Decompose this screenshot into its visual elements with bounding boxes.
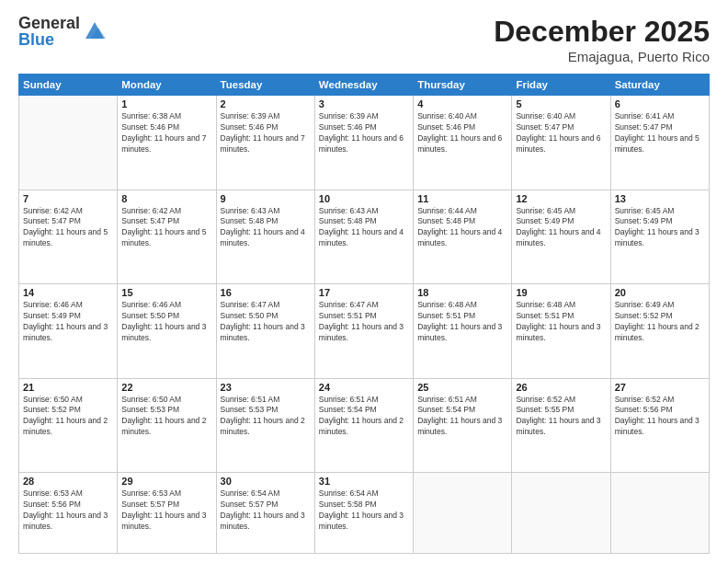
calendar-week-row: 14Sunrise: 6:46 AMSunset: 5:49 PMDayligh…: [19, 284, 710, 379]
day-number: 25: [417, 382, 507, 393]
day-info: Sunrise: 6:52 AMSunset: 5:55 PMDaylight:…: [516, 395, 606, 439]
day-number: 6: [615, 98, 705, 109]
day-number: 15: [121, 287, 211, 298]
day-info: Sunrise: 6:44 AMSunset: 5:48 PMDaylight:…: [417, 206, 507, 250]
day-info: Sunrise: 6:47 AMSunset: 5:51 PMDaylight:…: [319, 300, 409, 344]
logo-blue: Blue: [18, 31, 80, 48]
table-row: 4Sunrise: 6:40 AMSunset: 5:46 PMDaylight…: [414, 96, 512, 190]
day-info: Sunrise: 6:54 AMSunset: 5:57 PMDaylight:…: [221, 488, 311, 533]
day-info: Sunrise: 6:53 AMSunset: 5:57 PMDaylight:…: [121, 488, 211, 533]
day-info: Sunrise: 6:51 AMSunset: 5:53 PMDaylight:…: [221, 395, 311, 439]
calendar: Sunday Monday Tuesday Wednesday Thursday…: [18, 74, 710, 554]
day-number: 28: [23, 476, 113, 487]
col-tuesday: Tuesday: [216, 75, 314, 96]
table-row: [414, 473, 512, 554]
table-row: 28Sunrise: 6:53 AMSunset: 5:56 PMDayligh…: [19, 473, 118, 554]
day-number: 2: [221, 98, 311, 109]
month-title: December 2025: [494, 15, 710, 49]
table-row: 24Sunrise: 6:51 AMSunset: 5:54 PMDayligh…: [314, 378, 413, 473]
table-row: 26Sunrise: 6:52 AMSunset: 5:55 PMDayligh…: [512, 378, 610, 473]
day-info: Sunrise: 6:40 AMSunset: 5:46 PMDaylight:…: [417, 111, 507, 155]
table-row: 20Sunrise: 6:49 AMSunset: 5:52 PMDayligh…: [610, 284, 709, 379]
col-monday: Monday: [118, 75, 216, 96]
day-number: 4: [417, 98, 507, 109]
day-number: 13: [615, 193, 705, 204]
table-row: 1Sunrise: 6:38 AMSunset: 5:46 PMDaylight…: [118, 96, 216, 190]
day-info: Sunrise: 6:40 AMSunset: 5:47 PMDaylight:…: [516, 111, 606, 155]
day-number: 17: [319, 287, 409, 298]
day-number: 11: [417, 193, 507, 204]
table-row: 30Sunrise: 6:54 AMSunset: 5:57 PMDayligh…: [216, 473, 314, 554]
table-row: 18Sunrise: 6:48 AMSunset: 5:51 PMDayligh…: [414, 284, 512, 379]
table-row: 15Sunrise: 6:46 AMSunset: 5:50 PMDayligh…: [118, 284, 216, 379]
col-wednesday: Wednesday: [314, 75, 413, 96]
day-number: 3: [319, 98, 409, 109]
table-row: 12Sunrise: 6:45 AMSunset: 5:49 PMDayligh…: [512, 190, 610, 284]
col-friday: Friday: [512, 75, 610, 96]
day-info: Sunrise: 6:48 AMSunset: 5:51 PMDaylight:…: [417, 300, 507, 344]
table-row: 25Sunrise: 6:51 AMSunset: 5:54 PMDayligh…: [414, 378, 512, 473]
logo-general: General: [18, 15, 80, 31]
table-row: 6Sunrise: 6:41 AMSunset: 5:47 PMDaylight…: [610, 96, 709, 190]
day-number: 9: [221, 193, 311, 204]
day-info: Sunrise: 6:45 AMSunset: 5:49 PMDaylight:…: [615, 206, 705, 250]
day-info: Sunrise: 6:46 AMSunset: 5:50 PMDaylight:…: [121, 300, 211, 344]
col-saturday: Saturday: [610, 75, 709, 96]
day-number: 21: [23, 382, 113, 393]
calendar-week-row: 21Sunrise: 6:50 AMSunset: 5:52 PMDayligh…: [19, 378, 710, 473]
day-info: Sunrise: 6:51 AMSunset: 5:54 PMDaylight:…: [417, 395, 507, 439]
day-number: 16: [221, 287, 311, 298]
day-info: Sunrise: 6:52 AMSunset: 5:56 PMDaylight:…: [615, 395, 705, 439]
header: General Blue December 2025 Emajagua, Pue…: [18, 15, 710, 64]
table-row: 2Sunrise: 6:39 AMSunset: 5:46 PMDaylight…: [216, 96, 314, 190]
col-sunday: Sunday: [19, 75, 118, 96]
day-number: 20: [615, 287, 705, 298]
location: Emajagua, Puerto Rico: [494, 49, 710, 64]
day-number: 8: [121, 193, 211, 204]
day-number: 30: [221, 476, 311, 487]
day-info: Sunrise: 6:38 AMSunset: 5:46 PMDaylight:…: [121, 111, 211, 155]
day-number: 23: [221, 382, 311, 393]
day-info: Sunrise: 6:45 AMSunset: 5:49 PMDaylight:…: [516, 206, 606, 250]
day-info: Sunrise: 6:50 AMSunset: 5:53 PMDaylight:…: [121, 395, 211, 439]
day-info: Sunrise: 6:41 AMSunset: 5:47 PMDaylight:…: [615, 111, 705, 155]
logo-icon: [82, 18, 108, 44]
table-row: [610, 473, 709, 554]
day-info: Sunrise: 6:49 AMSunset: 5:52 PMDaylight:…: [615, 300, 705, 344]
table-row: 8Sunrise: 6:42 AMSunset: 5:47 PMDaylight…: [118, 190, 216, 284]
day-info: Sunrise: 6:50 AMSunset: 5:52 PMDaylight:…: [23, 395, 113, 439]
table-row: 22Sunrise: 6:50 AMSunset: 5:53 PMDayligh…: [118, 378, 216, 473]
table-row: 29Sunrise: 6:53 AMSunset: 5:57 PMDayligh…: [118, 473, 216, 554]
day-number: 24: [319, 382, 409, 393]
calendar-week-row: 1Sunrise: 6:38 AMSunset: 5:46 PMDaylight…: [19, 96, 710, 190]
table-row: 31Sunrise: 6:54 AMSunset: 5:58 PMDayligh…: [314, 473, 413, 554]
table-row: 14Sunrise: 6:46 AMSunset: 5:49 PMDayligh…: [19, 284, 118, 379]
day-info: Sunrise: 6:54 AMSunset: 5:58 PMDaylight:…: [319, 488, 409, 533]
day-info: Sunrise: 6:51 AMSunset: 5:54 PMDaylight:…: [319, 395, 409, 439]
table-row: 27Sunrise: 6:52 AMSunset: 5:56 PMDayligh…: [610, 378, 709, 473]
table-row: [512, 473, 610, 554]
col-thursday: Thursday: [414, 75, 512, 96]
table-row: 3Sunrise: 6:39 AMSunset: 5:46 PMDaylight…: [314, 96, 413, 190]
calendar-header-row: Sunday Monday Tuesday Wednesday Thursday…: [19, 75, 710, 96]
day-info: Sunrise: 6:47 AMSunset: 5:50 PMDaylight:…: [221, 300, 311, 344]
table-row: 7Sunrise: 6:42 AMSunset: 5:47 PMDaylight…: [19, 190, 118, 284]
day-number: 18: [417, 287, 507, 298]
calendar-body: 1Sunrise: 6:38 AMSunset: 5:46 PMDaylight…: [19, 96, 710, 554]
day-info: Sunrise: 6:53 AMSunset: 5:56 PMDaylight:…: [23, 488, 113, 533]
table-row: 19Sunrise: 6:48 AMSunset: 5:51 PMDayligh…: [512, 284, 610, 379]
logo-text: General Blue: [18, 15, 80, 48]
day-number: 1: [121, 98, 211, 109]
day-info: Sunrise: 6:39 AMSunset: 5:46 PMDaylight:…: [221, 111, 311, 155]
table-row: [19, 96, 118, 190]
day-number: 7: [23, 193, 113, 204]
day-info: Sunrise: 6:48 AMSunset: 5:51 PMDaylight:…: [516, 300, 606, 344]
title-block: December 2025 Emajagua, Puerto Rico: [494, 15, 710, 64]
day-number: 19: [516, 287, 606, 298]
day-info: Sunrise: 6:43 AMSunset: 5:48 PMDaylight:…: [319, 206, 409, 250]
table-row: 10Sunrise: 6:43 AMSunset: 5:48 PMDayligh…: [314, 190, 413, 284]
calendar-week-row: 28Sunrise: 6:53 AMSunset: 5:56 PMDayligh…: [19, 473, 710, 554]
table-row: 21Sunrise: 6:50 AMSunset: 5:52 PMDayligh…: [19, 378, 118, 473]
table-row: 11Sunrise: 6:44 AMSunset: 5:48 PMDayligh…: [414, 190, 512, 284]
day-number: 5: [516, 98, 606, 109]
